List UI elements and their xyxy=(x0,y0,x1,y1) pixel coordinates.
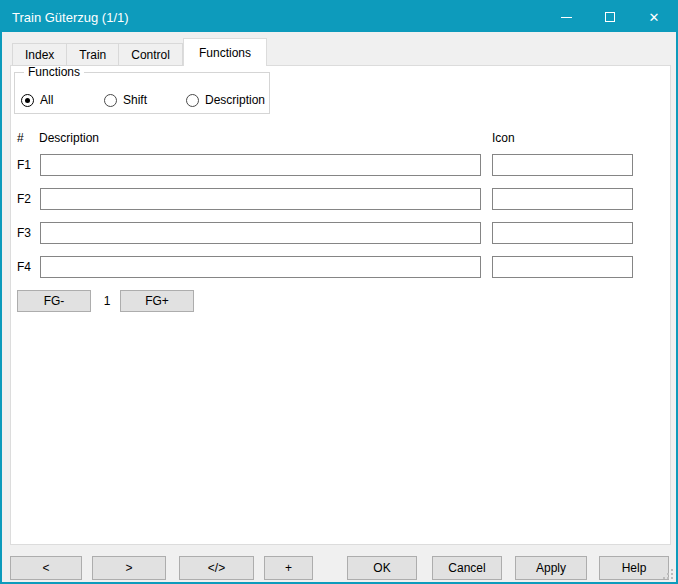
radio-description-icon xyxy=(186,94,199,107)
fg-minus-button[interactable]: FG- xyxy=(17,290,91,312)
previous-record-button[interactable]: < xyxy=(10,556,82,580)
radio-all[interactable]: All xyxy=(21,93,53,107)
next-record-button[interactable]: > xyxy=(92,556,166,580)
minimize-button[interactable] xyxy=(544,2,588,32)
xml-view-button[interactable]: </> xyxy=(179,556,254,580)
row-label-f3: F3 xyxy=(17,226,37,240)
fg-plus-button[interactable]: FG+ xyxy=(120,290,194,312)
functions-groupbox: Functions All Shift Description xyxy=(14,72,270,114)
f4-description-input[interactable] xyxy=(40,256,481,278)
add-button[interactable]: + xyxy=(264,556,313,580)
column-header-icon: Icon xyxy=(492,131,515,145)
title-bar: Train Güterzug (1/1) ✕ xyxy=(2,2,676,32)
column-header-description: Description xyxy=(39,131,99,145)
radio-shift[interactable]: Shift xyxy=(104,93,147,107)
radio-all-label: All xyxy=(40,93,53,107)
window-title: Train Güterzug (1/1) xyxy=(12,10,544,25)
f3-description-input[interactable] xyxy=(40,222,481,244)
radio-description[interactable]: Description xyxy=(186,93,265,107)
window-controls: ✕ xyxy=(544,2,676,32)
radio-all-icon xyxy=(21,94,34,107)
row-label-f4: F4 xyxy=(17,260,37,274)
row-label-f2: F2 xyxy=(17,192,37,206)
row-label-f1: F1 xyxy=(17,158,37,172)
functions-groupbox-legend: Functions xyxy=(24,65,84,79)
maximize-icon xyxy=(605,12,615,22)
f2-description-input[interactable] xyxy=(40,188,481,210)
tab-index[interactable]: Index xyxy=(12,43,67,66)
f2-icon-input[interactable] xyxy=(492,188,633,210)
column-header-number: # xyxy=(17,131,24,145)
apply-button[interactable]: Apply xyxy=(515,556,587,580)
f3-icon-input[interactable] xyxy=(492,222,633,244)
maximize-button[interactable] xyxy=(588,2,632,32)
tab-control[interactable]: Control xyxy=(119,43,183,66)
minimize-icon xyxy=(561,17,572,18)
close-button[interactable]: ✕ xyxy=(632,2,676,32)
close-icon: ✕ xyxy=(649,11,660,24)
f1-icon-input[interactable] xyxy=(492,154,633,176)
tab-train[interactable]: Train xyxy=(67,43,119,66)
radio-description-label: Description xyxy=(205,93,265,107)
radio-shift-icon xyxy=(104,94,117,107)
f4-icon-input[interactable] xyxy=(492,256,633,278)
ok-button[interactable]: OK xyxy=(347,556,417,580)
function-group-number: 1 xyxy=(97,294,117,308)
radio-shift-label: Shift xyxy=(123,93,147,107)
dialog-window: Train Güterzug (1/1) ✕ Index Train Contr… xyxy=(0,0,678,584)
tab-functions[interactable]: Functions xyxy=(183,38,267,66)
tab-bar: Index Train Control Functions xyxy=(12,38,267,66)
functions-tab-panel: Functions All Shift Description # Descri… xyxy=(10,65,671,545)
cancel-button[interactable]: Cancel xyxy=(432,556,502,580)
resize-grip[interactable] xyxy=(661,567,673,579)
help-button[interactable]: Help xyxy=(599,556,669,580)
f1-description-input[interactable] xyxy=(40,154,481,176)
